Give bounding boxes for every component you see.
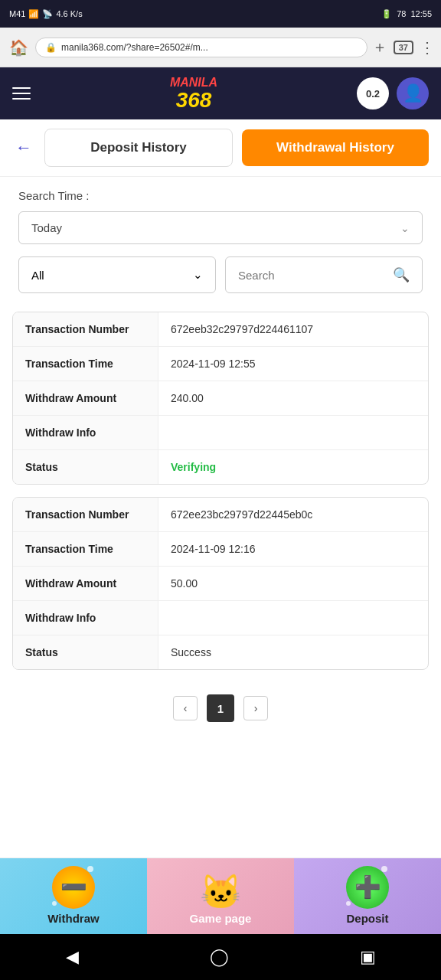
tx-value-time-2: 2024-11-09 12:16 (158, 532, 428, 566)
table-row: Transaction Number 672ee23bc29797d22445e… (13, 498, 428, 532)
tx-value-info-1 (158, 416, 428, 449)
game-label: Game page (190, 912, 252, 925)
home-button[interactable]: 🏠 (6, 35, 31, 60)
withdrawal-history-tab[interactable]: Withdrawal History (242, 129, 429, 166)
sparkle-decoration-4 (346, 901, 351, 906)
current-page: 1 (207, 694, 234, 722)
table-row: Transaction Time 2024-11-09 12:55 (13, 347, 428, 381)
tx-label-amount-1: Withdraw Amount (13, 381, 158, 415)
menu-line-3 (12, 98, 31, 100)
filter-value: All (31, 269, 44, 282)
menu-line-2 (12, 93, 31, 94)
status-bar: M41 📶 📡 4.6 K/s 🔋 78 12:55 (0, 0, 441, 28)
tabs-count: 37 (394, 41, 413, 54)
tx-value-amount-2: 50.00 (158, 567, 428, 600)
time-dropdown-value: Today (31, 221, 62, 234)
transaction-card-1: Transaction Number 672eeb32c29797d224461… (12, 312, 429, 485)
table-row: Status Success (13, 635, 428, 669)
tx-value-number-2: 672ee23bc29797d22445eb0c (158, 498, 428, 531)
withdraw-label: Withdraw (47, 912, 99, 925)
search-button[interactable]: 🔍 (393, 266, 410, 283)
game-mascot-icon: 🐱 (200, 872, 242, 912)
filter-row: All ⌄ 🔍 (18, 256, 423, 293)
battery-icon: 🔋 (381, 9, 392, 19)
table-row: Withdraw Amount 50.00 (13, 567, 428, 601)
withdraw-nav-item[interactable]: ➖ Withdraw (0, 858, 147, 934)
table-row: Transaction Time 2024-11-09 12:16 (13, 532, 428, 567)
logo: MANILA 368 (170, 76, 217, 111)
sparkle-decoration-2 (52, 901, 57, 906)
android-back-button[interactable]: ◀ (66, 947, 79, 967)
tx-label-amount-2: Withdraw Amount (13, 567, 158, 600)
status-left: M41 📶 📡 4.6 K/s (9, 9, 83, 19)
time-dropdown[interactable]: Today ⌄ (18, 211, 423, 244)
page-content: ← Deposit History Withdrawal History Sea… (0, 119, 441, 934)
tx-value-info-2 (158, 601, 428, 635)
tx-value-number-1: 672eeb32c29797d224461107 (158, 312, 428, 346)
tx-label-time-2: Transaction Time (13, 532, 158, 566)
filter-arrow-icon: ⌄ (193, 268, 203, 282)
prev-page-button[interactable]: ‹ (173, 696, 198, 720)
tx-label-time-1: Transaction Time (13, 347, 158, 381)
url-bar[interactable]: 🔒 manila368.com/?share=26502#/m... (35, 38, 368, 57)
lock-icon: 🔒 (45, 42, 57, 53)
deposit-history-tab[interactable]: Deposit History (44, 129, 233, 167)
minus-icon: ➖ (60, 877, 87, 898)
app-header: MANILA 368 0.2 👤 (0, 67, 441, 119)
time-text: 12:55 (410, 9, 432, 18)
sparkle-decoration-3 (381, 866, 387, 872)
header-right: 0.2 👤 (357, 77, 429, 109)
tx-label-status-2: Status (13, 635, 158, 669)
tx-label-number-1: Transaction Number (13, 312, 158, 346)
tab-navigation: ← Deposit History Withdrawal History (0, 119, 441, 177)
carrier-text: M41 (9, 9, 25, 18)
search-input[interactable] (238, 269, 387, 282)
next-page-button[interactable]: › (243, 696, 268, 720)
tx-value-amount-1: 240.00 (158, 381, 428, 415)
search-time-label: Search Time : (18, 189, 423, 202)
tx-label-info-1: Withdraw Info (13, 416, 158, 449)
menu-line-1 (12, 87, 31, 89)
transaction-card-2: Transaction Number 672ee23bc29797d22445e… (12, 497, 429, 670)
url-text: manila368.com/?share=26502#/m... (61, 42, 358, 53)
status-right: 🔋 78 12:55 (381, 9, 432, 19)
transactions-list: Transaction Number 672eeb32c29797d224461… (0, 312, 441, 670)
deposit-nav-item[interactable]: ➕ Deposit (294, 858, 441, 934)
new-tab-button[interactable]: ＋ (372, 37, 387, 57)
chevron-down-icon: ⌄ (400, 222, 410, 234)
sparkle-decoration (87, 866, 93, 872)
android-recents-button[interactable]: ▣ (360, 947, 376, 967)
table-row: Withdraw Info (13, 416, 428, 450)
logo-368: 368 (170, 90, 217, 111)
tx-value-status-2: Success (158, 635, 428, 669)
tabs-button[interactable]: 37 (394, 41, 413, 54)
user-icon[interactable]: 👤 (397, 77, 429, 109)
signal-icon: 📶 (28, 9, 39, 19)
plus-icon: ➕ (354, 877, 381, 898)
table-row: Status Verifying (13, 450, 428, 484)
browser-actions: ＋ 37 ⋮ (372, 37, 435, 57)
tx-label-info-2: Withdraw Info (13, 601, 158, 635)
more-menu-button[interactable]: ⋮ (420, 38, 435, 57)
deposit-icon-circle: ➕ (346, 866, 389, 909)
search-box[interactable]: 🔍 (225, 256, 423, 293)
game-nav-item[interactable]: 🐱 Game page (147, 858, 294, 934)
table-row: Withdraw Amount 240.00 (13, 381, 428, 416)
tx-label-number-2: Transaction Number (13, 498, 158, 531)
back-button[interactable]: ← (12, 135, 35, 161)
table-row: Transaction Number 672eeb32c29797d224461… (13, 312, 428, 347)
tx-label-status-1: Status (13, 450, 158, 484)
browser-bar: 🏠 🔒 manila368.com/?share=26502#/m... ＋ 3… (0, 28, 441, 67)
wifi-icon: 📡 (42, 9, 53, 19)
battery-text: 78 (397, 9, 406, 18)
android-nav-bar: ◀ ◯ ▣ (0, 934, 441, 980)
deposit-label: Deposit (346, 912, 388, 925)
withdraw-icon-circle: ➖ (52, 866, 95, 909)
filter-select[interactable]: All ⌄ (18, 256, 216, 293)
speed-text: 4.6 K/s (56, 9, 82, 18)
android-home-button[interactable]: ◯ (210, 947, 229, 967)
pagination: ‹ 1 › (0, 682, 441, 734)
balance-badge: 0.2 (357, 77, 389, 109)
tx-value-time-1: 2024-11-09 12:55 (158, 347, 428, 381)
menu-button[interactable] (12, 87, 31, 100)
